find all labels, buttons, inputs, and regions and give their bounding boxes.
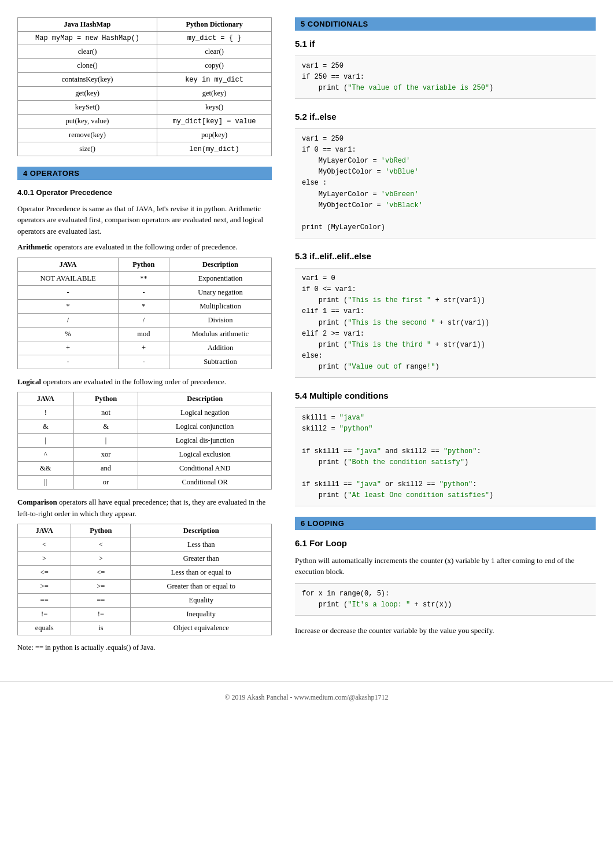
table-row: /: [18, 313, 119, 327]
comparison-para: Comparison operators all have equal prec…: [17, 496, 272, 519]
table-row: Greater than: [131, 552, 272, 566]
code61: for x in range(0, 5): print ("It's a loo…: [295, 583, 596, 616]
table-row: *: [119, 299, 169, 313]
section6: 6 Looping 6.1 For Loop Python will autom…: [295, 517, 596, 636]
comparison-bold: Comparison: [17, 498, 57, 506]
logical-para: Logical operators are evaluated in the f…: [17, 376, 272, 388]
arith-th-desc: Description: [169, 258, 271, 271]
code51: var1 = 250 if 250 == var1: print ("The v…: [295, 56, 596, 100]
table-row: Logical negation: [138, 406, 272, 420]
footer: © 2019 Akash Panchal - www.medium.com/@a…: [0, 681, 613, 708]
table-row: <=: [71, 566, 131, 580]
table-row: -: [18, 355, 119, 369]
section5-header: 5 Conditionals: [295, 17, 596, 31]
table-row: is: [71, 621, 131, 635]
logical-th-desc: Description: [138, 392, 272, 406]
table-row: Conditional AND: [138, 462, 272, 476]
table-row: Less than: [131, 538, 272, 552]
section4: 4 Operators 4.0.1 Operator Precedence Op…: [17, 167, 272, 653]
table-row: ^: [18, 448, 74, 462]
table-row: Modulus arithmetic: [169, 327, 271, 341]
section6-header: 6 Looping: [295, 517, 596, 530]
hashmap-table: Java HashMap Python Dictionary Map myMap…: [17, 17, 272, 156]
table-row: my_dict[key] = value: [157, 115, 272, 128]
sub61-para1: Python will automatically increments the…: [295, 555, 596, 578]
sub53-title: 5.3 if..elif..elif..else: [295, 250, 596, 263]
table-row: Conditional OR: [138, 476, 272, 490]
table-row: >: [18, 552, 71, 566]
table-row: Subtraction: [169, 355, 271, 369]
section4-header: 4 Operators: [17, 167, 272, 180]
table-row: containsKey(key): [18, 73, 157, 87]
table-row: clear(): [157, 45, 272, 59]
table-row: |: [73, 434, 138, 448]
code54: skill1 = "java" skill2 = "python" if ski…: [295, 407, 596, 507]
table-row: -: [119, 355, 169, 369]
table-row: &: [73, 420, 138, 434]
logical-table: JAVA Python Description !notLogical nega…: [17, 392, 272, 490]
table-row: key in my_dict: [157, 73, 272, 87]
arith-th-python: Python: [119, 258, 169, 271]
table-row: my_dict = { }: [157, 32, 272, 45]
table-row: xor: [73, 448, 138, 462]
table-row: &&: [18, 462, 74, 476]
sub61-para2: Increase or decrease the counter variabl…: [295, 625, 596, 637]
table-row: ||: [18, 476, 74, 490]
table-row: Multiplication: [169, 299, 271, 313]
table-row: Addition: [169, 341, 271, 355]
table-row: Greater than or equal to: [131, 580, 272, 594]
arith-table: JAVA Python Description NOT AVAILABLE**E…: [17, 258, 272, 369]
table-row: copy(): [157, 59, 272, 73]
table-row: pop(key): [157, 128, 272, 142]
sub401-title: 4.0.1 Operator Precedence: [17, 187, 272, 198]
table-row: len(my_dict): [157, 142, 272, 156]
table-row: >=: [18, 580, 71, 594]
sub61-title: 6.1 For Loop: [295, 537, 596, 550]
table-row: **: [119, 271, 169, 285]
table-row: Inequality: [131, 608, 272, 621]
table-row: >: [71, 552, 131, 566]
table-row: NOT AVAILABLE: [18, 271, 119, 285]
comparison-table: JAVA Python Description <<Less than>>Gre…: [17, 524, 272, 635]
table-row: Equality: [131, 594, 272, 608]
table-row: Division: [169, 313, 271, 327]
table-row: clone(): [18, 59, 157, 73]
hashmap-header-python: Python Dictionary: [157, 18, 272, 32]
table-row: get(key): [157, 87, 272, 101]
arith-para1: Operator Precedence is same as that of J…: [17, 203, 272, 237]
table-row: -: [18, 285, 119, 299]
table-row: %: [18, 327, 119, 341]
comp-th-java: JAVA: [18, 524, 71, 538]
table-row: put(key, value): [18, 115, 157, 128]
table-row: !: [18, 406, 74, 420]
table-row: Object equivalence: [131, 621, 272, 635]
table-row: Logical exclusion: [138, 448, 272, 462]
table-row: &: [18, 420, 74, 434]
table-row: equals: [18, 621, 71, 635]
right-column: 5 Conditionals 5.1 if var1 = 250 if 250 …: [283, 12, 613, 670]
code53: var1 = 0 if 0 <= var1: print ("This is t…: [295, 268, 596, 378]
table-row: size(): [18, 142, 157, 156]
table-row: or: [73, 476, 138, 490]
logical-th-java: JAVA: [18, 392, 74, 406]
hashmap-section: Java HashMap Python Dictionary Map myMap…: [17, 17, 272, 156]
table-row: /: [119, 313, 169, 327]
table-row: mod: [119, 327, 169, 341]
arith-rest: operators are evaluated in the following…: [53, 242, 238, 251]
table-row: Unary negation: [169, 285, 271, 299]
table-row: Less than or equal to: [131, 566, 272, 580]
hashmap-header-java: Java HashMap: [18, 18, 157, 32]
table-row: clear(): [18, 45, 157, 59]
section5: 5 Conditionals 5.1 if var1 = 250 if 250 …: [295, 17, 596, 506]
table-row: remove(key): [18, 128, 157, 142]
table-row: <: [71, 538, 131, 552]
logical-th-python: Python: [73, 392, 138, 406]
table-row: +: [119, 341, 169, 355]
code52: var1 = 250 if 0 == var1: MyLayerColor = …: [295, 128, 596, 239]
table-row: Exponentiation: [169, 271, 271, 285]
table-row: |: [18, 434, 74, 448]
arith-para2: Arithmetic operators are evaluated in th…: [17, 241, 272, 253]
table-row: !=: [18, 608, 71, 621]
comp-th-desc: Description: [131, 524, 272, 538]
table-row: <=: [18, 566, 71, 580]
